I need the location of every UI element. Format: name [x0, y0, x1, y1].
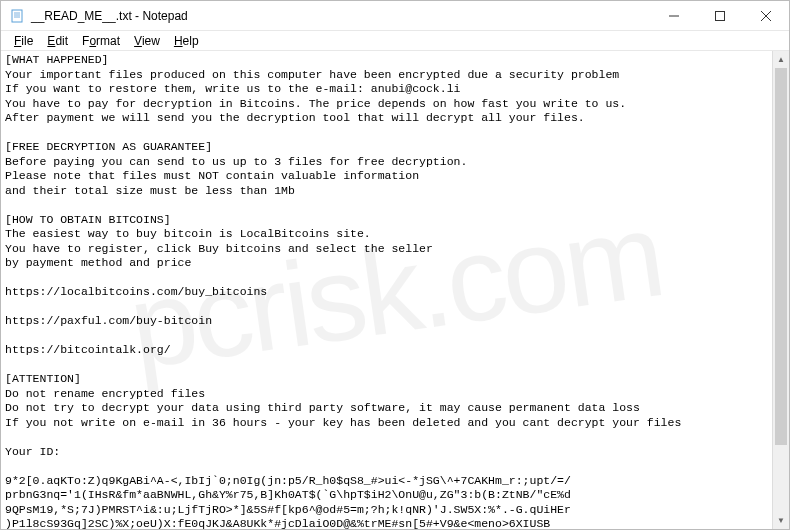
window-controls — [651, 1, 789, 30]
scroll-up-icon[interactable]: ▲ — [773, 51, 789, 68]
minimize-button[interactable] — [651, 1, 697, 30]
menu-edit[interactable]: Edit — [40, 34, 75, 48]
scrollbar-thumb[interactable] — [775, 68, 787, 445]
window-titlebar: __READ_ME__.txt - Notepad — [1, 1, 789, 31]
close-button[interactable] — [743, 1, 789, 30]
window-title: __READ_ME__.txt - Notepad — [31, 9, 651, 23]
svg-rect-5 — [716, 11, 725, 20]
vertical-scrollbar[interactable]: ▲ ▼ — [772, 51, 789, 529]
maximize-button[interactable] — [697, 1, 743, 30]
svg-rect-0 — [12, 10, 22, 22]
notepad-icon — [9, 8, 25, 24]
scrollbar-track[interactable] — [773, 68, 789, 512]
menu-bar: File Edit Format View Help — [1, 31, 789, 51]
scroll-down-icon[interactable]: ▼ — [773, 512, 789, 529]
menu-format[interactable]: Format — [75, 34, 127, 48]
menu-help[interactable]: Help — [167, 34, 206, 48]
text-editor-content[interactable]: [WHAT HAPPENED] Your important files pro… — [1, 51, 789, 529]
menu-file[interactable]: File — [7, 34, 40, 48]
menu-view[interactable]: View — [127, 34, 167, 48]
